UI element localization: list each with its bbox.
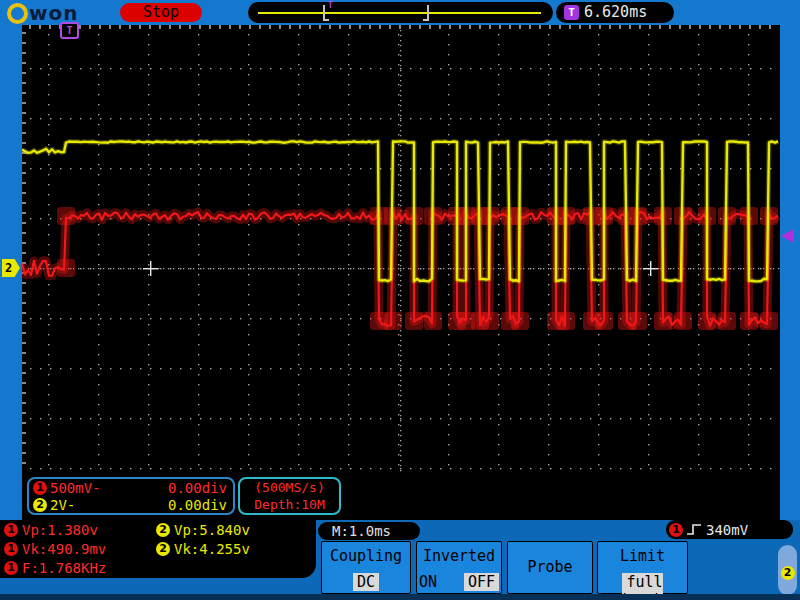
ch2-badge-icon: 2 (156, 542, 170, 556)
memory-depth: Depth:10M (240, 496, 339, 513)
record-trigger-marker: T (328, 2, 333, 10)
active-channel-indicator[interactable]: 2 (778, 545, 797, 595)
trigger-time-pill: T 6.620ms (556, 2, 674, 23)
menu-inverted-button[interactable]: Inverted ON OFF (416, 541, 502, 594)
oscilloscope-screen: won Stop T T 6.620ms T 2 1 500mV- 0.00di… (0, 0, 800, 600)
trigger-source-badge-icon: 1 (669, 523, 683, 537)
record-position-bar: T (248, 2, 553, 23)
trigger-time-value: 6.620ms (584, 4, 647, 21)
ch2-badge-icon: 2 (33, 498, 47, 512)
owon-logo: won (7, 2, 78, 24)
ch1-badge-icon: 1 (4, 561, 18, 575)
acquisition-box: (500MS/s) Depth:10M (238, 477, 341, 515)
limit-title: Limit (598, 547, 687, 565)
active-channel-number: 2 (781, 566, 795, 580)
sample-rate: (500MS/s) (240, 479, 339, 496)
window-left-bracket-foot (323, 19, 329, 21)
timebase-pill: M:1.0ms (318, 522, 420, 540)
ch2-zero-marker[interactable]: 2 (2, 259, 20, 277)
ch2-offset: 0.00div (168, 497, 227, 513)
trigger-status-pill: 1 340mV (666, 520, 793, 539)
inverted-title: Inverted (417, 547, 501, 565)
ch1-scale: 500mV- (50, 480, 130, 496)
inverted-on-option[interactable]: ON (419, 573, 437, 591)
ch1-offset: 0.00div (168, 480, 227, 496)
trigger-level-value: 340mV (706, 522, 748, 538)
bottom-divider (0, 594, 800, 600)
channel-scale-box: 1 500mV- 0.00div 2 2V- 0.00div (27, 477, 235, 515)
probe-title: Probe (508, 542, 592, 593)
coupling-value[interactable]: DC (353, 573, 379, 591)
record-line (258, 12, 541, 14)
rising-edge-icon (686, 522, 703, 537)
inverted-off-option[interactable]: OFF (464, 573, 499, 591)
meas-ch2-vp: 2 Vp:5.840v (156, 522, 308, 538)
trigger-t-icon: T (564, 5, 579, 20)
coupling-title: Coupling (322, 547, 410, 565)
meas-ch1-freq: 1 F:1.768KHz (4, 560, 156, 576)
meas-ch2-vk: 2 Vk:4.255v (156, 541, 308, 557)
menu-coupling-button[interactable]: Coupling DC (321, 541, 411, 594)
trigger-level-arrow-icon[interactable] (781, 229, 794, 243)
ch2-scale-row: 2 2V- 0.00div (29, 496, 233, 513)
waveform-svg (22, 25, 780, 520)
meas-ch1-vk: 1 Vk:490.9mv (4, 541, 156, 557)
menu-probe-button[interactable]: Probe (507, 541, 593, 594)
logo-o-icon (7, 3, 28, 24)
measurements-panel: 1 Vp:1.380v 2 Vp:5.840v 1 Vk:490.9mv 2 V… (0, 520, 316, 578)
menu-limit-button[interactable]: Limit full band (597, 541, 688, 594)
meas-ch1-vp: 1 Vp:1.380v (4, 522, 156, 538)
ch2-badge-icon: 2 (156, 523, 170, 537)
ch2-scale: 2V- (50, 497, 130, 513)
ch1-scale-row: 1 500mV- 0.00div (29, 479, 233, 496)
run-state-badge[interactable]: Stop (120, 3, 202, 22)
ch1-badge-icon: 1 (4, 523, 18, 537)
ch1-badge-icon: 1 (4, 542, 18, 556)
bottom-bar: 1 Vp:1.380v 2 Vp:5.840v 1 Vk:490.9mv 2 V… (0, 520, 800, 600)
waveform-display (22, 25, 780, 520)
window-right-bracket-foot (423, 19, 429, 21)
trigger-position-icon[interactable]: T (60, 22, 79, 39)
ch1-badge-icon: 1 (33, 481, 47, 495)
